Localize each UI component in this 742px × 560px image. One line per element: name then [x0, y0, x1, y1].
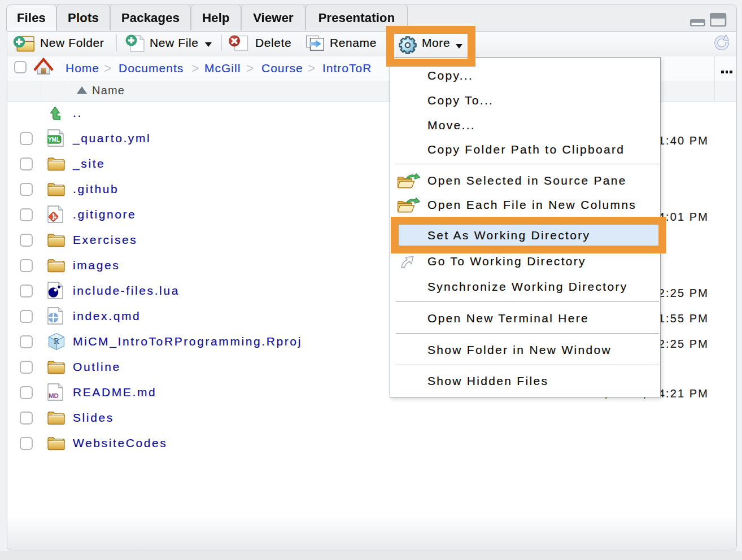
svg-text:R: R	[54, 336, 59, 345]
svg-text:MD: MD	[49, 392, 59, 399]
svg-text:YML: YML	[48, 137, 60, 143]
